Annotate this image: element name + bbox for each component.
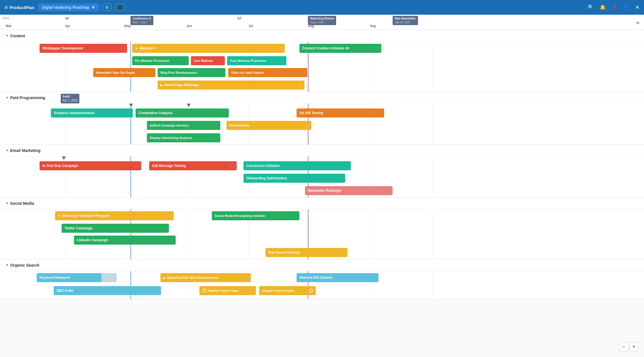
paid-label: Paid Programming: [10, 95, 45, 100]
content-row-4: ▶ Home Page Redesign ⋮⋮: [0, 79, 644, 92]
keyword-extra-bar[interactable]: [101, 273, 117, 282]
social-row-3: LinkedIn Campaign: [0, 234, 644, 246]
blog-post-bar[interactable]: Blog Post Developments: [158, 68, 225, 77]
audit-badge: Audit Apr 1, 2020: [61, 94, 79, 103]
marketing-review-badge: Marketing Review Aug 5, 2020: [308, 16, 336, 25]
webinars-bar[interactable]: ▼ Webinars ⋮⋮: [132, 44, 285, 53]
content-row-1: Whitepaper Development ⋮⋮ ▼ Webinars ⋮⋮ …: [0, 42, 644, 55]
month-may: May: [124, 24, 131, 28]
email-chevron: ▼: [6, 149, 8, 152]
copy-button[interactable]: ⧉: [103, 4, 111, 11]
analytics-impl-bar[interactable]: Analytics Implementation: [51, 108, 133, 117]
pre-webinar-bar[interactable]: Pre Webinar Promotion: [132, 56, 189, 65]
social-chevron: ▼: [6, 202, 8, 205]
content-creation-bar[interactable]: Content Creation Initiative #6 ⋮⋮: [299, 44, 381, 53]
gantt-area: ▼ Content Whitepaper Development ⋮⋮ ▼ We…: [0, 30, 644, 299]
bell-icon[interactable]: 🔔: [600, 4, 606, 10]
video-lead-bar[interactable]: Video w/ Lead Capture: [228, 68, 307, 77]
content-label: Content: [10, 34, 25, 38]
organic-row-2: SEO Audit Organic Search Iniat... Organi…: [0, 284, 644, 299]
onboarding-bar[interactable]: Onboarding Optimization ⋮⋮: [243, 174, 345, 183]
year-label: 2020: [2, 16, 9, 20]
main-content: ▼ Content Whitepaper Development ⋮⋮ ▼ We…: [0, 30, 644, 357]
paid-initiative-bar[interactable]: Paid Initiative ⋮⋮: [227, 121, 311, 130]
post-webinar-bar[interactable]: Post Webinar Promotion: [227, 56, 286, 65]
organic-group-header[interactable]: ▼ Organic Search: [0, 259, 644, 271]
q3-label: Q3: [237, 16, 242, 20]
paid-milestone-1[interactable]: [129, 103, 133, 107]
ab-message-bar[interactable]: A/B Message Testing ⋮⋮: [149, 161, 237, 170]
live-webinar-bar[interactable]: Live Webinar: [191, 56, 225, 65]
display-advertising-bar[interactable]: Display Advertising Analysis: [147, 133, 220, 142]
close-icon[interactable]: ✕: [635, 4, 639, 10]
linkedin-bar[interactable]: LinkedIn Campaign: [74, 236, 176, 245]
paid-row-2: AdRoll Campaign Iteration Paid Initiativ…: [0, 119, 644, 131]
newsletter-plugin-bar[interactable]: Newsletter Sign Up Plugin: [93, 68, 155, 77]
email-milestone-1[interactable]: [62, 156, 66, 160]
month-apr: Apr: [65, 24, 70, 28]
conversion-initiative-bar[interactable]: Conversion Initiative: [243, 161, 351, 170]
social-retargeting-bar[interactable]: Social Media Retargeting Initiative: [212, 211, 299, 220]
top-navigation: ≡ ProductPlan Digital Marketing Roadmap …: [0, 0, 644, 15]
email-label: Email Marketing: [10, 148, 40, 153]
month-mar: Mar: [6, 24, 12, 28]
seo-improvements-bar[interactable]: ▶ Marketing Site SEO Improvements ⋮⋮: [160, 273, 251, 282]
conference-a-badge: Conference A May 7, 2020: [130, 16, 153, 25]
paid-group-header[interactable]: ▼ Paid Programming: [0, 92, 644, 104]
social-row-4: Run Social Surveys: [0, 246, 644, 259]
nav-icons: 🔍 🔔 ❓ 👤 ✕: [588, 4, 639, 10]
whitepaper-bar[interactable]: Whitepaper Development ⋮⋮: [40, 44, 127, 53]
email-row-2: Onboarding Optimization ⋮⋮: [0, 172, 644, 184]
email-milestone-row: [0, 156, 644, 159]
social-row-2: Twitter Campaign: [0, 222, 644, 234]
adroll-bar[interactable]: AdRoll Campaign Iteration: [147, 121, 220, 130]
zoom-out-button[interactable]: −: [619, 342, 628, 351]
influencer-bar[interactable]: ▼ Influencer Outreach Program ⋮⋮: [55, 211, 174, 220]
seo-audit-bar[interactable]: SEO Audit: [54, 286, 161, 295]
help-icon[interactable]: ❓: [612, 4, 618, 10]
roadmap-title-button[interactable]: Digital Marketing Roadmap ▼: [38, 3, 99, 11]
twitter-bar[interactable]: Twitter Campaign: [62, 224, 169, 233]
social-group: ▼ Social Media ▼ Influencer Outreach Pro…: [0, 197, 644, 259]
pin-button[interactable]: ⬛: [115, 4, 125, 11]
paid-milestone-row: Audit Apr 1, 2020: [0, 104, 644, 106]
organic-group: ▼ Organic Search Keyword Research ▶ Mark…: [0, 259, 644, 299]
trial-drip-bar[interactable]: In Trial Drip Campaign ⋮⋮: [40, 161, 141, 170]
new-newsletter-badge: New Newsletter Sep 18, 2020: [393, 16, 418, 25]
newsletter-redesign-bar[interactable]: Newsletter Redesign: [305, 186, 393, 195]
user-icon[interactable]: 👤: [623, 4, 630, 10]
timeline-scroll-arrow[interactable]: ▶: [637, 19, 640, 25]
social-label: Social Media: [10, 201, 34, 206]
content-group-header[interactable]: ▼ Content: [0, 30, 644, 42]
organic-row-1: Keyword Research ▶ Marketing Site SEO Im…: [0, 271, 644, 284]
email-group-header[interactable]: ▼ Email Marketing: [0, 145, 644, 156]
logo-icon: ≡: [5, 4, 8, 11]
refresh-old-content-bar[interactable]: Refresh Old Content: [297, 273, 378, 282]
q2-label: Q2: [65, 16, 69, 20]
paid-group: ▼ Paid Programming Audit Apr 1, 2020 Ana…: [0, 92, 644, 145]
competitive-analysis-bar[interactable]: Competitive Analysis: [136, 108, 229, 117]
email-row-1: In Trial Drip Campaign ⋮⋮ A/B Message Te…: [0, 159, 644, 172]
timeline-header: 2020 Q2 Q3 Q Mar Apr May Jun Jul Aug Sep…: [0, 15, 644, 30]
organic-search-2-bar[interactable]: Organic Search Iniati...: [259, 286, 316, 295]
email-row-3: Newsletter Redesign: [0, 184, 644, 197]
social-group-header[interactable]: ▼ Social Media: [0, 197, 644, 209]
search-icon[interactable]: 🔍: [588, 4, 594, 10]
home-page-bar[interactable]: ▶ Home Page Redesign ⋮⋮: [158, 80, 304, 90]
zoom-controls: − +: [619, 342, 638, 351]
email-group: ▼ Email Marketing In Trial Drip Campaign…: [0, 145, 644, 197]
content-row-3: Newsletter Sign Up Plugin Blog Post Deve…: [0, 67, 644, 79]
content-chevron: ▼: [6, 34, 8, 37]
run-surveys-bar[interactable]: Run Social Surveys: [266, 248, 347, 257]
zoom-in-button[interactable]: +: [629, 342, 638, 351]
ad-ab-testing-bar[interactable]: Ad A/B Testing: [297, 108, 384, 117]
organic-search-1-bar[interactable]: Organic Search Iniat...: [199, 286, 256, 295]
keyword-research-bar[interactable]: Keyword Research: [37, 273, 102, 282]
paid-chevron: ▼: [6, 96, 8, 99]
content-group: ▼ Content Whitepaper Development ⋮⋮ ▼ We…: [0, 30, 644, 92]
month-jun: Jun: [186, 24, 192, 28]
content-row-2: Pre Webinar Promotion Live Webinar Post …: [0, 55, 644, 67]
organic-chevron: ▼: [6, 264, 8, 267]
logo: ≡ ProductPlan: [5, 4, 34, 11]
paid-milestone-2[interactable]: [186, 103, 191, 107]
